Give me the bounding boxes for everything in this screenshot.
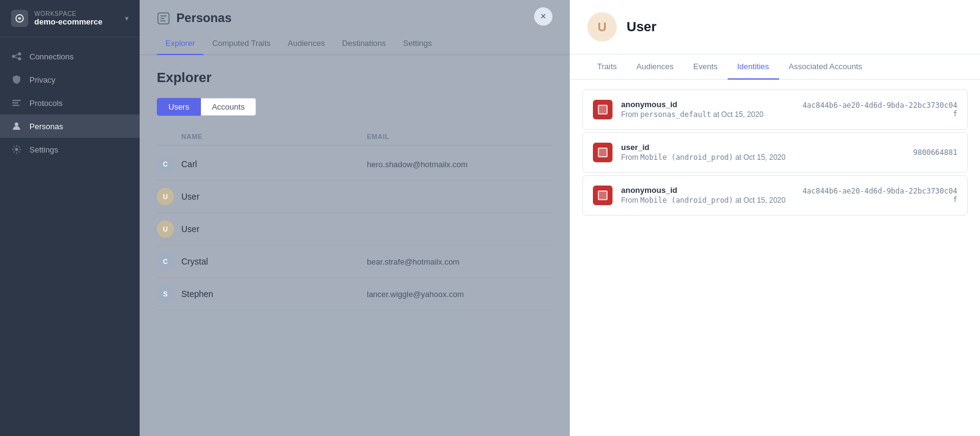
- identity-value: 4ac844b6-ae20-4d6d-9bda-22bc3730c04f: [798, 101, 957, 118]
- privacy-icon: [11, 74, 22, 85]
- user-name: User: [627, 19, 657, 35]
- filter-tab-accounts[interactable]: Accounts: [201, 98, 256, 116]
- filter-tab-users[interactable]: Users: [157, 98, 201, 116]
- personas-tabs: Explorer Computed Traits Audiences Desti…: [140, 32, 570, 55]
- main-area: Personas × Explorer Computed Traits Audi…: [140, 0, 980, 436]
- identity-info: anonymous_id From personas_default at Oc…: [621, 100, 790, 119]
- sidebar-logo: [11, 10, 28, 27]
- personas-label: Personas: [29, 122, 63, 131]
- table-row[interactable]: C Crystal bear.strafe@hotmailx.com: [157, 246, 552, 278]
- privacy-label: Privacy: [29, 75, 56, 85]
- protocols-icon: [11, 97, 22, 108]
- workspace-name: demo-ecommerce: [34, 17, 102, 26]
- workspace-header[interactable]: Workspace demo-ecommerce ▾: [0, 0, 140, 37]
- personas-panel-title: Personas: [176, 11, 232, 25]
- svg-point-3: [18, 58, 21, 61]
- row-email: hero.shadow@hotmailx.com: [367, 160, 552, 169]
- tab-audiences[interactable]: Audiences: [279, 32, 334, 55]
- explorer-title: Explorer: [157, 70, 552, 86]
- identity-key: anonymous_id: [621, 186, 790, 195]
- tab-audiences[interactable]: Audiences: [627, 55, 684, 80]
- identity-value: 9800664881: [913, 148, 957, 157]
- identity-icon: [593, 143, 612, 162]
- avatar: C: [157, 156, 174, 173]
- personas-icon: [11, 121, 22, 132]
- personas-panel: Personas × Explorer Computed Traits Audi…: [140, 0, 570, 436]
- sidebar-item-connections[interactable]: Connections: [0, 45, 140, 68]
- connections-label: Connections: [29, 52, 74, 61]
- avatar: S: [157, 285, 174, 303]
- workspace-info: Workspace demo-ecommerce: [34, 10, 102, 26]
- tab-associated-accounts[interactable]: Associated Accounts: [779, 55, 872, 80]
- identity-icon: [593, 186, 612, 205]
- table-row[interactable]: U User: [157, 181, 552, 213]
- table-row[interactable]: S Stephen lancer.wiggle@yahoox.com: [157, 278, 552, 310]
- identity-icon-inner: [598, 105, 608, 115]
- row-email: lancer.wiggle@yahoox.com: [367, 290, 552, 299]
- table-row[interactable]: C Carl hero.shadow@hotmailx.com: [157, 148, 552, 181]
- row-name: Stephen: [181, 289, 367, 299]
- table-row[interactable]: U User: [157, 213, 552, 246]
- identity-key: user_id: [621, 143, 905, 152]
- sidebar-item-personas[interactable]: Personas: [0, 115, 140, 138]
- user-tabs: Traits Audiences Events Identities Assoc…: [570, 55, 980, 80]
- avatar: U: [157, 220, 174, 238]
- identity-info: user_id From Mobile (android_prod) at Oc…: [621, 143, 905, 162]
- sidebar-item-settings[interactable]: Settings: [0, 138, 140, 161]
- identity-icon-inner: [598, 148, 608, 157]
- identity-icon-inner: [598, 190, 608, 200]
- row-name: Crystal: [181, 257, 367, 266]
- identity-card: anonymous_id From Mobile (android_prod) …: [582, 175, 968, 216]
- svg-point-9: [15, 122, 18, 126]
- filter-tabs: Users Accounts: [157, 98, 552, 116]
- svg-point-10: [15, 148, 18, 151]
- tab-destinations[interactable]: Destinations: [334, 32, 395, 55]
- sidebar-item-privacy[interactable]: Privacy: [0, 68, 140, 91]
- identity-icon: [593, 100, 612, 119]
- row-email: bear.strafe@hotmailx.com: [367, 257, 552, 266]
- svg-point-1: [12, 55, 15, 58]
- tab-traits[interactable]: Traits: [587, 55, 627, 80]
- column-name: NAME: [157, 133, 367, 140]
- table-header: NAME EMAIL: [157, 128, 552, 146]
- tab-explorer[interactable]: Explorer: [157, 32, 203, 55]
- identity-value: 4ac844b6-ae20-4d6d-9bda-22bc3730c04f: [798, 187, 957, 204]
- avatar: C: [157, 253, 174, 270]
- personas-header: Personas ×: [140, 0, 570, 25]
- column-email: EMAIL: [367, 133, 552, 140]
- svg-line-5: [15, 57, 18, 59]
- tab-settings[interactable]: Settings: [394, 32, 440, 55]
- tab-events[interactable]: Events: [684, 55, 728, 80]
- connections-icon: [11, 51, 22, 62]
- row-name: Carl: [181, 159, 367, 169]
- user-panel: U User Traits Audiences Events Identitie…: [570, 0, 980, 436]
- close-button[interactable]: ×: [534, 7, 552, 26]
- tab-identities[interactable]: Identities: [728, 55, 779, 80]
- svg-rect-8: [12, 105, 20, 106]
- sidebar-nav: Connections Privacy Protocols: [0, 37, 140, 436]
- sidebar-item-protocols[interactable]: Protocols: [0, 91, 140, 115]
- identity-card: anonymous_id From personas_default at Oc…: [582, 89, 968, 130]
- explorer-content: Explorer Users Accounts NAME EMAIL C Car…: [140, 55, 570, 436]
- tab-computed-traits[interactable]: Computed Traits: [203, 32, 279, 55]
- avatar: U: [157, 188, 174, 205]
- settings-icon: [11, 144, 22, 155]
- row-name: User: [181, 224, 367, 234]
- chevron-down-icon: ▾: [125, 14, 129, 23]
- row-name: User: [181, 192, 367, 201]
- identity-key: anonymous_id: [621, 100, 790, 109]
- svg-rect-6: [12, 100, 21, 101]
- user-avatar-large: U: [587, 12, 617, 42]
- protocols-label: Protocols: [29, 99, 62, 108]
- sidebar: Workspace demo-ecommerce ▾ Connections: [0, 0, 140, 436]
- identity-source: From Mobile (android_prod) at Oct 15, 20…: [621, 196, 790, 205]
- identities-content: anonymous_id From personas_default at Oc…: [570, 80, 980, 225]
- identity-source: From personas_default at Oct 15, 2020: [621, 110, 790, 119]
- settings-label: Settings: [29, 145, 58, 154]
- identity-source: From Mobile (android_prod) at Oct 15, 20…: [621, 153, 905, 162]
- svg-point-2: [18, 53, 21, 56]
- table-rows: C Carl hero.shadow@hotmailx.com U User U…: [157, 148, 552, 310]
- workspace-label: Workspace: [34, 10, 102, 17]
- svg-line-4: [15, 55, 18, 56]
- svg-rect-7: [12, 102, 18, 103]
